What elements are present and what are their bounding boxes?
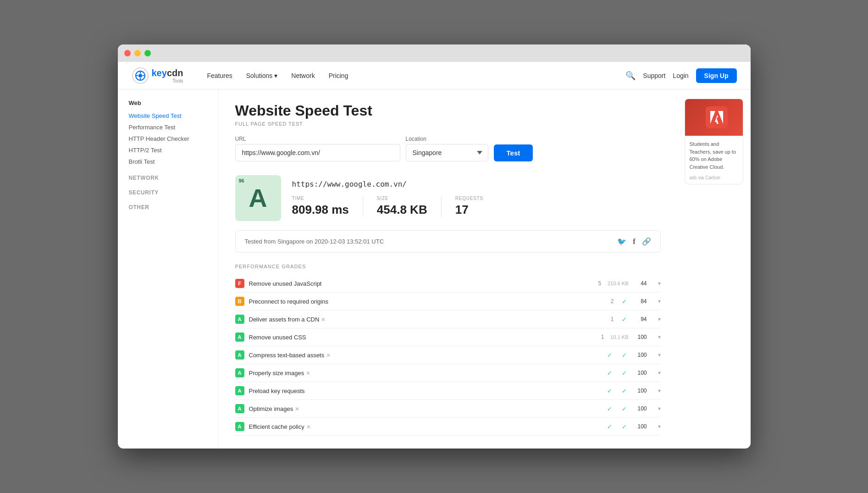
logo: keycdn Tools bbox=[132, 67, 183, 84]
result-url: https://www.google.com.vn/ bbox=[292, 180, 498, 188]
nav-support[interactable]: Support bbox=[643, 72, 665, 79]
perf-check1: ✓ bbox=[606, 423, 614, 430]
chevron-down-icon[interactable]: ▾ bbox=[658, 298, 661, 305]
mac-window: keycdn Tools Features Solutions ▾ Networ… bbox=[118, 44, 751, 449]
chevron-down-icon[interactable]: ▾ bbox=[658, 334, 661, 340]
perf-check1: ✓ bbox=[606, 405, 614, 412]
page-subtitle: Full Page Speed Test bbox=[235, 121, 661, 127]
link-icon[interactable]: 🔗 bbox=[642, 237, 651, 246]
table-row: BPreconnect to required origins2✓84▾ bbox=[235, 293, 661, 310]
chevron-down-icon[interactable]: ▾ bbox=[658, 370, 661, 376]
nav-solutions[interactable]: Solutions ▾ bbox=[241, 69, 283, 82]
location-label: Location bbox=[406, 136, 488, 142]
perf-meta: 110.1 KB100▾ bbox=[593, 334, 660, 340]
nav-network[interactable]: Network bbox=[286, 69, 320, 82]
perf-meta: ✓✓100▾ bbox=[606, 388, 661, 394]
sidebar-network-label: Network bbox=[125, 174, 211, 182]
nav-login[interactable]: Login bbox=[673, 72, 688, 79]
test-form: URL Location Singapore New York London F… bbox=[235, 136, 661, 161]
stat-size: SIZE 454.8 KB bbox=[377, 196, 442, 217]
chevron-down-icon[interactable]: ▾ bbox=[658, 423, 661, 430]
result-details: https://www.google.com.vn/ TIME 809.98 m… bbox=[292, 180, 498, 217]
signup-button[interactable]: Sign Up bbox=[696, 68, 737, 83]
stat-size-value: 454.8 KB bbox=[377, 203, 427, 217]
perf-score: 100 bbox=[635, 405, 647, 412]
url-label: URL bbox=[235, 136, 400, 142]
perf-check2: ✓ bbox=[620, 405, 629, 412]
perf-name: Remove unused CSS bbox=[249, 334, 593, 341]
chevron-down-icon[interactable]: ▾ bbox=[658, 388, 661, 394]
sidebar-item-brotli-test[interactable]: Brotli Test bbox=[125, 156, 211, 167]
ad-attribution: ads via Carbon bbox=[685, 175, 743, 184]
sidebar-item-http-header-checker[interactable]: HTTP Header Checker bbox=[125, 133, 211, 144]
nav-right: 🔍 Support Login Sign Up bbox=[625, 68, 736, 83]
sidebar-security-label: Security bbox=[125, 188, 211, 197]
chevron-down-icon: ▾ bbox=[274, 72, 277, 79]
info-icon[interactable]: ✕ bbox=[306, 370, 310, 377]
share-text: Tested from Singapore on 2020-12-03 13:5… bbox=[245, 238, 384, 245]
perf-check1: ✓ bbox=[620, 316, 629, 323]
perf-check1: ✓ bbox=[606, 352, 614, 359]
nav-features[interactable]: Features bbox=[201, 69, 238, 82]
location-select[interactable]: Singapore New York London Frankfurt Toky… bbox=[406, 144, 488, 161]
search-icon[interactable]: 🔍 bbox=[625, 71, 636, 81]
chevron-down-icon[interactable]: ▾ bbox=[658, 280, 661, 287]
chevron-down-icon[interactable]: ▾ bbox=[658, 316, 661, 322]
main-area: Website Speed Test Full Page Speed Test … bbox=[219, 89, 677, 449]
grade-badge: A bbox=[235, 315, 244, 324]
perf-check2: ✓ bbox=[620, 388, 629, 394]
logo-text: keycdn bbox=[152, 68, 183, 78]
perf-score: 94 bbox=[635, 316, 647, 322]
perf-check2: ✓ bbox=[620, 423, 629, 430]
perf-name: Remove unused JavaScript bbox=[249, 280, 591, 287]
perf-name: Deliver assets from a CDN✕ bbox=[249, 316, 603, 323]
perf-check1: ✓ bbox=[606, 370, 614, 377]
ad-text: Students and Teachers, save up to 60% on… bbox=[685, 136, 743, 175]
info-icon[interactable]: ✕ bbox=[306, 424, 311, 430]
info-icon[interactable]: ✕ bbox=[321, 316, 326, 323]
grade-letter: A bbox=[249, 185, 267, 211]
perf-meta: ✓✓100▾ bbox=[606, 405, 661, 412]
titlebar bbox=[118, 44, 751, 62]
info-icon[interactable]: ✕ bbox=[295, 406, 299, 412]
info-icon[interactable]: ✕ bbox=[326, 352, 331, 359]
grade-badge: F bbox=[235, 279, 244, 288]
perf-score: 100 bbox=[635, 423, 647, 430]
url-group: URL bbox=[235, 136, 400, 161]
stat-size-label: SIZE bbox=[377, 196, 427, 201]
sidebar: Web Website Speed Test Performance Test … bbox=[118, 89, 219, 449]
twitter-icon[interactable]: 🐦 bbox=[617, 237, 626, 246]
facebook-icon[interactable]: f bbox=[633, 238, 635, 246]
stat-time: TIME 809.98 ms bbox=[292, 196, 363, 217]
perf-name: Optimize images✕ bbox=[249, 405, 606, 412]
nav-pricing[interactable]: Pricing bbox=[323, 69, 354, 82]
perf-name: Properly size images✕ bbox=[249, 370, 606, 377]
logo-sub: Tools bbox=[152, 78, 183, 83]
grade-score: 96 bbox=[239, 178, 244, 183]
perf-count: 2 bbox=[603, 298, 614, 305]
close-button[interactable] bbox=[124, 50, 131, 56]
perf-meta: ✓✓100▾ bbox=[606, 370, 661, 377]
perf-check2: ✓ bbox=[620, 352, 629, 359]
chevron-down-icon[interactable]: ▾ bbox=[658, 352, 661, 358]
sidebar-web-label: Web bbox=[125, 99, 211, 107]
sidebar-item-performance-test[interactable]: Performance Test bbox=[125, 122, 211, 133]
perf-score: 100 bbox=[635, 370, 647, 376]
perf-name: Compress text-based assets✕ bbox=[249, 352, 606, 359]
table-row: AEfficient cache policy✕✓✓100▾ bbox=[235, 418, 661, 436]
stat-time-value: 809.98 ms bbox=[292, 203, 349, 217]
stat-time-label: TIME bbox=[292, 196, 349, 201]
share-bar: Tested from Singapore on 2020-12-03 13:5… bbox=[235, 230, 661, 253]
url-input[interactable] bbox=[235, 144, 400, 161]
test-button[interactable]: Test bbox=[494, 144, 533, 161]
maximize-button[interactable] bbox=[144, 50, 151, 56]
minimize-button[interactable] bbox=[134, 50, 141, 56]
sidebar-item-http2-test[interactable]: HTTP/2 Test bbox=[125, 144, 211, 156]
perf-check2: ✓ bbox=[620, 370, 629, 377]
stat-requests-value: 17 bbox=[455, 203, 483, 217]
perf-score: 100 bbox=[635, 352, 647, 358]
perf-count: 1 bbox=[603, 316, 614, 322]
sidebar-item-website-speed-test[interactable]: Website Speed Test bbox=[125, 110, 211, 122]
chevron-down-icon[interactable]: ▾ bbox=[658, 405, 661, 412]
page-title: Website Speed Test bbox=[235, 102, 661, 119]
